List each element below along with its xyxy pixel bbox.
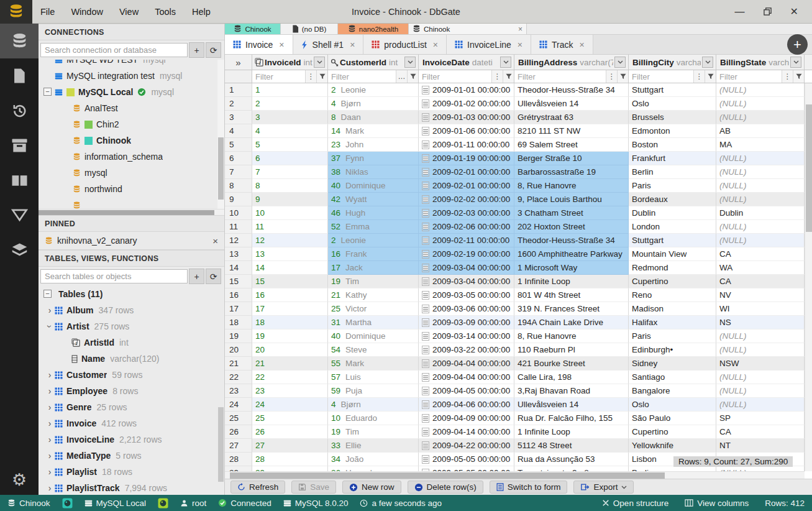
filter-cell-CustomerId[interactable]: Filter… [328, 70, 419, 83]
grid-corner-cell[interactable]: » [225, 55, 252, 70]
cell-billing-state[interactable]: (NULL) [716, 83, 805, 97]
menu-help[interactable]: Help [184, 0, 219, 24]
menu-view[interactable]: View [111, 0, 147, 24]
table-item-Invoice[interactable]: ›Invoice412 rows [39, 415, 224, 431]
cell-billing-address[interactable]: 8, Rue Hanovre [514, 329, 629, 343]
row-number-cell[interactable]: 27 [225, 439, 252, 453]
add-table-button[interactable]: + [189, 269, 204, 284]
cell-customer-id[interactable]: 4Bjørn [328, 97, 419, 111]
cell-invoice-date[interactable]: 2009-03-09 00:00:00 [419, 316, 514, 329]
close-tab-icon[interactable]: × [279, 40, 284, 50]
status-connected[interactable]: Connected [218, 499, 271, 508]
chevron-collapsed-icon[interactable]: › [45, 386, 55, 396]
chevron-collapsed-icon[interactable]: › [45, 435, 55, 444]
connections-horizontal-scrollbar[interactable] [39, 209, 224, 215]
cell-billing-address[interactable]: Barbarossastraße 19 [514, 165, 629, 179]
cell-billing-address[interactable]: 8210 111 ST NW [514, 124, 629, 138]
cell-billing-state[interactable]: (NULL) [716, 165, 805, 179]
cell-billing-city[interactable]: Mountain View [629, 247, 716, 261]
collapse-icon[interactable]: − [43, 290, 52, 298]
column-menu-button[interactable] [702, 57, 713, 68]
close-tab-icon[interactable]: × [518, 40, 522, 50]
cell-invoice-id[interactable]: 5 [252, 138, 328, 152]
column-header-BillingState[interactable]: BillingStatevarcha [716, 55, 805, 70]
cell-billing-state[interactable]: (NULL) [716, 329, 805, 343]
cell-billing-city[interactable]: Berlin [629, 466, 716, 471]
cell-billing-address[interactable]: 69 Salem Street [514, 138, 629, 152]
chevron-collapsed-icon[interactable]: › [45, 483, 55, 493]
cell-invoice-id[interactable]: 25 [252, 412, 328, 425]
row-number-cell[interactable]: 25 [225, 412, 252, 425]
database-item[interactable]: Chin2 [39, 116, 224, 132]
row-number-cell[interactable]: 8 [225, 179, 252, 193]
cell-billing-address[interactable]: 801 W 4th Street [514, 288, 629, 302]
db-group-tab-nano2health[interactable]: nano2health [338, 24, 409, 34]
table-item-Genre[interactable]: ›Genre25 rows [39, 399, 224, 415]
row-number-cell[interactable]: 15 [225, 275, 252, 288]
cell-billing-state[interactable]: SP [716, 412, 805, 425]
activity-item-book[interactable] [0, 163, 39, 198]
cell-customer-id[interactable]: 19Tim [328, 275, 419, 288]
cell-invoice-id[interactable]: 22 [252, 371, 328, 384]
cell-customer-id[interactable]: 59Puja [328, 384, 419, 398]
cell-customer-id[interactable]: 16Frank [328, 247, 419, 261]
connection-item[interactable]: MySQL integration testmysql [39, 68, 224, 84]
cell-billing-city[interactable]: London [629, 220, 716, 234]
cell-billing-city[interactable]: Yellowknife [629, 439, 716, 453]
filter-input[interactable]: Filter [629, 72, 693, 81]
cell-billing-state[interactable]: (NULL) [716, 371, 805, 384]
filter-cell-BillingState[interactable]: Filter⋮ [716, 70, 805, 83]
cell-billing-state[interactable]: NV [716, 288, 805, 302]
cell-invoice-id[interactable]: 18 [252, 316, 328, 329]
table-item-PlaylistTrack[interactable]: ›PlaylistTrack7,994 rows [39, 480, 224, 495]
cell-billing-address[interactable]: 319 N. Frances Street [514, 302, 629, 316]
cell-billing-city[interactable]: Brussels [629, 111, 716, 124]
database-item[interactable]: northwind [39, 181, 224, 197]
row-number-cell[interactable]: 5 [225, 138, 252, 152]
cell-invoice-id[interactable]: 9 [252, 193, 328, 206]
cell-billing-state[interactable]: NSW [716, 357, 805, 371]
cell-billing-address[interactable]: Theodor-Heuss-Straße 34 [514, 234, 629, 247]
cell-billing-address[interactable]: 1 Infinite Loop [514, 275, 629, 288]
cell-billing-state[interactable]: MA [716, 138, 805, 152]
cell-invoice-date[interactable]: 2009-03-22 00:00:00 [419, 343, 514, 357]
close-button[interactable]: ✕ [790, 7, 798, 17]
cell-billing-city[interactable]: Stuttgart [629, 234, 716, 247]
cell-billing-city[interactable]: Cupertino [629, 275, 716, 288]
cell-customer-id[interactable]: 17Jack [328, 261, 419, 275]
cell-invoice-id[interactable]: 17 [252, 302, 328, 316]
row-number-cell[interactable]: 23 [225, 384, 252, 398]
cell-customer-id[interactable]: 55Mark [328, 357, 419, 371]
cell-billing-state[interactable]: (NULL) [716, 97, 805, 111]
connections-search-input[interactable] [40, 43, 188, 57]
filter-input[interactable]: Filter [419, 72, 491, 81]
cell-billing-city[interactable]: Cupertino [629, 425, 716, 439]
cell-billing-state[interactable]: (NULL) [716, 384, 805, 398]
cell-billing-city[interactable]: São Paulo [629, 412, 716, 425]
cell-billing-address[interactable]: 1 Infinite Loop [514, 425, 629, 439]
row-number-cell[interactable]: 3 [225, 111, 252, 124]
column-header-InvoiceId[interactable]: 1InvoiceIdint [252, 55, 328, 70]
cell-billing-address[interactable]: 421 Bourke Street [514, 357, 629, 371]
column-header-InvoiceDate[interactable]: InvoiceDatedateti [419, 55, 514, 70]
filter-input[interactable]: Filter [716, 72, 782, 81]
column-header-CustomerId[interactable]: CustomerIdint [328, 55, 419, 70]
cell-customer-id[interactable]: 25Victor [328, 302, 419, 316]
cell-customer-id[interactable]: 38Niklas [328, 165, 419, 179]
db-group-tab-Chinook[interactable]: Chinook [225, 24, 281, 34]
pinned-item[interactable]: knihovna_v2_canary × [39, 232, 224, 250]
cell-invoice-date[interactable]: 2009-03-04 00:00:00 [419, 261, 514, 275]
cell-billing-city[interactable]: Reno [629, 288, 716, 302]
activity-item-file[interactable] [0, 58, 39, 93]
cell-customer-id[interactable]: 19Tim [328, 425, 419, 439]
row-number-cell[interactable]: 22 [225, 371, 252, 384]
cell-invoice-id[interactable]: 4 [252, 124, 328, 138]
column-menu-button[interactable] [500, 57, 511, 68]
cell-customer-id[interactable]: 52Emma [328, 220, 419, 234]
cell-billing-address[interactable]: Berger Straße 10 [514, 152, 629, 165]
cell-invoice-date[interactable]: 2009-04-06 00:00:00 [419, 398, 514, 412]
tab-Shell1[interactable]: Shell #1× [293, 35, 364, 54]
column-menu-button[interactable] [314, 57, 325, 68]
cell-billing-state[interactable]: AB [716, 124, 805, 138]
database-item[interactable]: AnalTest [39, 100, 224, 116]
